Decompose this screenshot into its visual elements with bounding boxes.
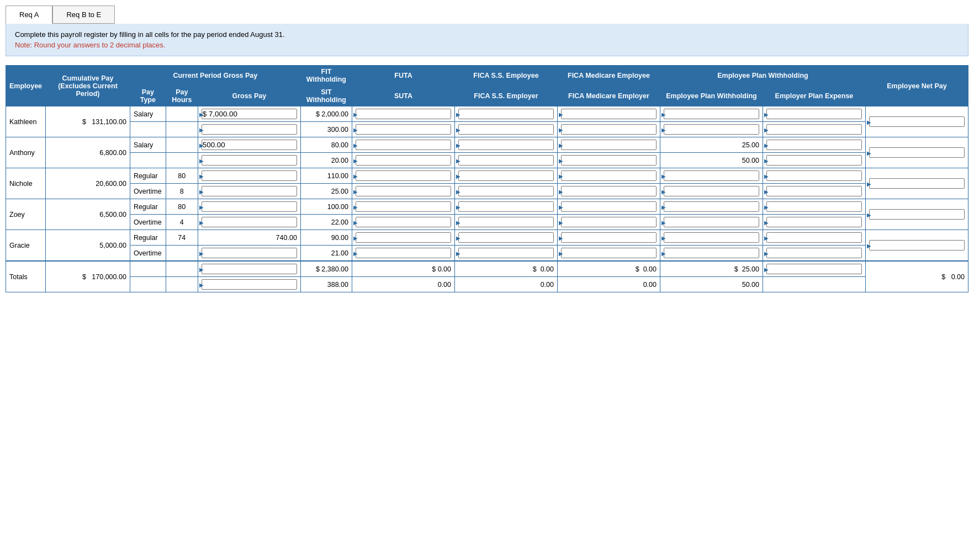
gross-pay-anthony-2[interactable] xyxy=(198,153,300,168)
table-row: 300.00 xyxy=(6,122,968,137)
net-pay-kathleen[interactable] xyxy=(865,106,968,137)
fica-ss-er-gracie-input xyxy=(458,248,554,258)
suta-kathleen[interactable] xyxy=(352,122,454,137)
fica-med-er-anthony[interactable] xyxy=(557,153,660,168)
net-pay-zoey[interactable] xyxy=(865,199,968,230)
gross-pay-zoey-input xyxy=(202,201,297,212)
futa-gracie-input xyxy=(356,232,451,243)
gross-pay-nichole-2[interactable] xyxy=(198,184,300,199)
tab-req-b-e[interactable]: Req B to E xyxy=(52,6,115,24)
futa-anthony-1[interactable] xyxy=(352,137,454,153)
fica-ss-er-kathleen[interactable] xyxy=(454,122,557,137)
fica-med-er-zoey[interactable] xyxy=(557,215,660,230)
fit-gracie-1: 90.00 xyxy=(300,230,352,246)
er-plan-kathleen-1[interactable] xyxy=(763,106,865,122)
er-plan-nichole-1[interactable] xyxy=(763,168,865,184)
er-plan-kathleen-2[interactable] xyxy=(763,122,865,137)
emp-plan-gracie-1[interactable] xyxy=(660,230,763,246)
emp-plan-gracie-2[interactable] xyxy=(660,246,763,262)
emp-plan-zoey-1[interactable] xyxy=(660,199,763,215)
pay-type-zoey-1: Regular xyxy=(130,199,166,215)
er-plan-anthony-2[interactable] xyxy=(763,153,865,168)
net-pay-gracie[interactable] xyxy=(865,230,968,262)
suta-gracie[interactable] xyxy=(352,246,454,262)
fica-ss-emp-nichole-input xyxy=(458,170,554,181)
header-cumulative-pay: Cumulative Pay (Excludes Current Period) xyxy=(46,66,130,106)
fica-ss-emp-anthony-1[interactable] xyxy=(454,137,557,153)
suta-anthony[interactable] xyxy=(352,153,454,168)
fica-med-emp-gracie-1[interactable] xyxy=(557,230,660,246)
totals-er-plan-1[interactable] xyxy=(763,261,865,277)
futa-kathleen-1[interactable] xyxy=(352,106,454,122)
gross-pay-zoey-1[interactable] xyxy=(198,199,300,215)
emp-plan-kathleen-2[interactable] xyxy=(660,122,763,137)
gross-pay-nichole-1[interactable] xyxy=(198,168,300,184)
pay-hours-anthony-2 xyxy=(166,153,198,168)
fica-med-emp-kathleen-1[interactable] xyxy=(557,106,660,122)
totals-label: Totals xyxy=(6,261,46,292)
emp-plan-nichole-2[interactable] xyxy=(660,184,763,199)
fica-ss-er-nichole[interactable] xyxy=(454,184,557,199)
fica-ss-emp-kathleen-1[interactable] xyxy=(454,106,557,122)
totals-pay-hours-2 xyxy=(166,277,198,292)
futa-nichole-1[interactable] xyxy=(352,168,454,184)
pay-hours-zoey-1: 80 xyxy=(166,199,198,215)
er-plan-zoey-1[interactable] xyxy=(763,199,865,215)
fica-ss-emp-anthony-input xyxy=(458,140,554,150)
gross-pay-kathleen-2[interactable] xyxy=(198,122,300,137)
gross-pay-anthony-1[interactable] xyxy=(198,137,300,153)
er-plan-gracie-2[interactable] xyxy=(763,246,865,262)
fica-med-emp-nichole-1[interactable] xyxy=(557,168,660,184)
net-pay-anthony[interactable] xyxy=(865,137,968,168)
totals-fica-med-emp: $ 0.00 xyxy=(557,261,660,277)
totals-emp-plan-2: 50.00 xyxy=(660,277,763,292)
net-pay-nichole[interactable] xyxy=(865,168,968,199)
gross-pay-kathleen-1[interactable] xyxy=(198,106,300,122)
suta-zoey[interactable] xyxy=(352,215,454,230)
totals-gross-pay-1[interactable] xyxy=(198,261,300,277)
gross-pay-zoey-2[interactable] xyxy=(198,215,300,230)
employee-name-kathleen: Kathleen xyxy=(6,106,46,137)
emp-plan-kathleen-1[interactable] xyxy=(660,106,763,122)
suta-nichole[interactable] xyxy=(352,184,454,199)
totals-gross-pay-2[interactable] xyxy=(198,277,300,292)
pay-type-kathleen-2 xyxy=(130,122,166,137)
emp-plan-zoey-2[interactable] xyxy=(660,215,763,230)
fica-ss-er-gracie[interactable] xyxy=(454,246,557,262)
fica-med-er-gracie[interactable] xyxy=(557,246,660,262)
fica-ss-emp-gracie-1[interactable] xyxy=(454,230,557,246)
tab-req-a[interactable]: Req A xyxy=(6,6,52,24)
emp-plan-gracie-input xyxy=(664,232,759,243)
gross-pay-gracie-1: 740.00 xyxy=(198,230,300,246)
net-pay-kathleen-input xyxy=(869,116,965,127)
fit-zoey-1: 100.00 xyxy=(300,199,352,215)
gross-pay-gracie-2[interactable] xyxy=(198,246,300,262)
table-row: Zoey 6,500.00 Regular 80 100.00 xyxy=(6,199,968,215)
gross-pay-kathleen-2-input xyxy=(202,124,297,135)
header-sit: SIT Withholding xyxy=(300,86,352,106)
totals-er-plan-input xyxy=(766,264,862,274)
er-plan-gracie-1[interactable] xyxy=(763,230,865,246)
fica-ss-emp-zoey-1[interactable] xyxy=(454,199,557,215)
emp-plan-kathleen-input xyxy=(664,109,759,119)
sit-zoey: 22.00 xyxy=(300,215,352,230)
er-plan-nichole-2[interactable] xyxy=(763,184,865,199)
futa-zoey-1[interactable] xyxy=(352,199,454,215)
fica-ss-er-anthony[interactable] xyxy=(454,153,557,168)
suta-anthony-input xyxy=(356,155,451,166)
tab-bar: Req A Req B to E xyxy=(6,6,968,24)
fica-med-er-nichole[interactable] xyxy=(557,184,660,199)
emp-plan-nichole-input xyxy=(664,170,759,181)
fica-ss-emp-nichole-1[interactable] xyxy=(454,168,557,184)
er-plan-anthony-1[interactable] xyxy=(763,137,865,153)
totals-pay-hours-1 xyxy=(166,261,198,277)
fica-med-emp-zoey-1[interactable] xyxy=(557,199,660,215)
fica-med-emp-gracie-input xyxy=(561,232,657,243)
emp-plan-nichole-1[interactable] xyxy=(660,168,763,184)
fica-med-er-kathleen[interactable] xyxy=(557,122,660,137)
er-plan-zoey-2[interactable] xyxy=(763,215,865,230)
futa-gracie-1[interactable] xyxy=(352,230,454,246)
fica-med-emp-anthony-1[interactable] xyxy=(557,137,660,153)
employee-name-anthony: Anthony xyxy=(6,137,46,168)
fica-ss-er-zoey[interactable] xyxy=(454,215,557,230)
